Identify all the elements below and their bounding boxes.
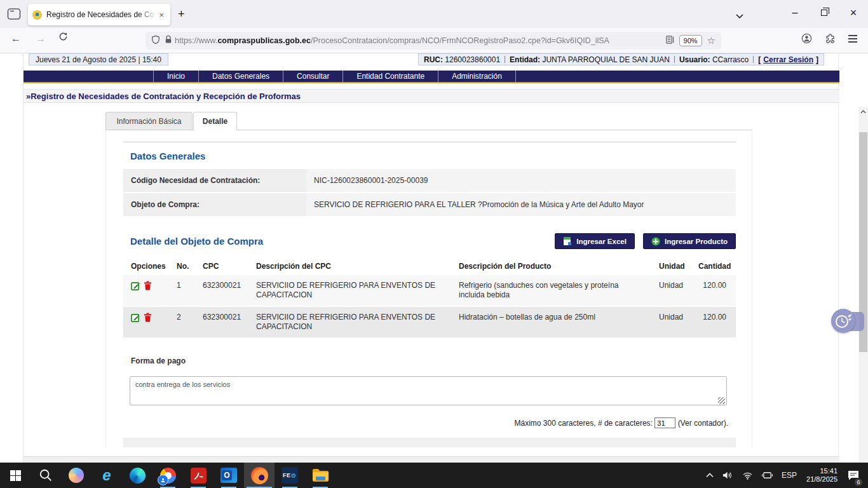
firefox-button[interactable] (244, 463, 275, 488)
col-opciones: Opciones (123, 262, 177, 271)
counter-prefix: Máximo 300 caracteres, # de caracteres: (515, 419, 653, 428)
tab-informacion-basica[interactable]: Información Básica (105, 112, 193, 130)
bookmark-star-icon[interactable]: ☆ (707, 35, 715, 46)
cell-unidad: Unidad (659, 281, 698, 300)
restore-button[interactable] (810, 0, 839, 25)
col-cpc: CPC (203, 262, 256, 271)
outlook-button[interactable]: O (214, 463, 244, 488)
url-prefix: https://www. (175, 36, 217, 45)
url-path: /ProcesoContratacion/compras/NCO/FrmNCOR… (311, 36, 609, 45)
search-icon (39, 468, 53, 482)
entidad-value: JUNTA PARROQUIAL DE SAN JUAN (542, 55, 669, 64)
fes-app-button[interactable]: FE⚙ (275, 463, 305, 488)
edge-icon (130, 468, 146, 484)
col-desc-producto: Descripción del Producto (459, 262, 659, 271)
search-button[interactable] (31, 463, 61, 488)
zoom-level-badge[interactable]: 90% (679, 35, 702, 46)
lock-icon[interactable] (165, 35, 172, 46)
codigo-label: Código Necesidad de Contratación: (123, 169, 306, 192)
ruc-value: 1260023860001 (445, 55, 500, 64)
taskbar: e O FE⚙ (0, 463, 868, 488)
delete-trash-icon[interactable] (144, 313, 152, 324)
scroll-up-icon[interactable] (858, 107, 868, 117)
wifi-icon[interactable] (738, 463, 757, 488)
tray-chevron-up-icon[interactable] (702, 463, 718, 488)
tab-detalle[interactable]: Detalle (193, 112, 237, 130)
start-button[interactable] (0, 463, 31, 488)
tray-date: 21/8/2025 (806, 475, 837, 484)
fes-gear-icon: ⚙ (291, 472, 297, 479)
codigo-value: NIC-1260023860001-2025-00039 (306, 169, 736, 192)
extensions-puzzle-icon[interactable] (825, 33, 836, 46)
menu-hamburger-icon[interactable] (848, 34, 858, 46)
cast-display-icon[interactable] (757, 463, 777, 488)
restore-icon (821, 10, 827, 16)
entidad-label: Entidad: (510, 55, 540, 64)
refresh-button[interactable] (58, 32, 68, 44)
logout-bracket-close: ] (816, 55, 818, 64)
resize-grip-icon[interactable] (718, 397, 725, 404)
nav-item-inicio[interactable]: Inicio (153, 71, 198, 82)
new-tab-button[interactable]: + (178, 6, 185, 22)
acrobat-icon (191, 468, 207, 484)
language-indicator[interactable]: ESP (777, 463, 801, 488)
table-row: 2 632300021 SERVICIIO DE REFRIGERIO PARA… (123, 307, 736, 337)
logout-link[interactable]: Cerrar Sesión (763, 55, 813, 64)
window-close-button[interactable]: × (839, 0, 868, 25)
account-icon[interactable] (801, 33, 812, 46)
url-bar[interactable]: https://www.compraspublicas.gob.ec/Proce… (146, 32, 721, 50)
next-section-bar (24, 456, 839, 463)
url-domain: compraspublicas.gob.ec (217, 36, 311, 45)
forma-de-pago-label: Forma de pago (123, 356, 752, 365)
acrobat-button[interactable] (183, 463, 214, 488)
counter-suffix: (Ver contador). (678, 419, 728, 428)
back-button[interactable]: ← (11, 33, 21, 44)
delete-trash-icon[interactable] (144, 281, 152, 292)
col-no: No. (177, 262, 203, 271)
ingresar-producto-button[interactable]: Ingresar Producto (643, 233, 736, 249)
cell-prod-desc: Hidratación – botellas de agua de 250ml (459, 313, 659, 332)
outlook-icon: O (220, 468, 237, 483)
clock-icon (831, 309, 855, 333)
ingresar-excel-button[interactable]: Ingresar Excel (555, 233, 635, 249)
notification-center-button[interactable]: 6 (843, 463, 864, 488)
usuario-label: Usuario: (679, 55, 710, 64)
edge-button[interactable] (122, 463, 153, 488)
file-explorer-button[interactable] (305, 463, 336, 488)
volume-icon[interactable] (718, 463, 738, 488)
forward-button[interactable]: → (36, 33, 46, 44)
nav-item-consultar[interactable]: Consultar (283, 71, 342, 82)
edit-icon[interactable] (131, 281, 140, 292)
browser-tab-strip: Registro de Necesidades de Co × + – × (0, 0, 868, 28)
datetime-box: Jueves 21 de Agosto de 2025 | 15:40 (29, 53, 168, 65)
edit-icon[interactable] (131, 313, 140, 324)
counter-input[interactable] (654, 417, 675, 428)
reader-view-icon[interactable] (666, 35, 674, 46)
copilot-button[interactable] (61, 463, 92, 488)
floating-clock-widget[interactable] (831, 309, 864, 334)
cell-no: 2 (177, 313, 203, 332)
scrollbar-track[interactable] (858, 107, 868, 488)
browser-tab[interactable]: Registro de Necesidades de Co × (28, 4, 170, 25)
nav-item-administracion[interactable]: Administración (438, 71, 516, 82)
internet-explorer-button[interactable]: e (92, 463, 122, 488)
tab-close-icon[interactable]: × (157, 10, 166, 20)
detalle-panel: Datos Generales Código Necesidad de Cont… (105, 130, 752, 447)
forma-de-pago-textarea[interactable]: contra entrega de los servicios (130, 376, 727, 405)
cell-cpc-desc: SERVICIIO DE REFRIGERIO PARA ENVENTOS DE… (256, 313, 459, 332)
chrome-button[interactable] (153, 463, 183, 488)
minimize-button[interactable]: – (780, 0, 810, 25)
cell-cpc: 632300021 (203, 313, 256, 332)
character-counter: Máximo 300 caracteres, # de caracteres: … (123, 417, 728, 428)
fes-app-icon: FE⚙ (281, 467, 298, 484)
tray-clock[interactable]: 15:41 21/8/2025 (801, 467, 843, 484)
tab-title: Registro de Necesidades de Co (46, 10, 157, 19)
tracking-shield-icon[interactable] (151, 35, 160, 47)
nav-item-datos-generales[interactable]: Datos Generales (198, 71, 283, 82)
nav-item-entidad-contratante[interactable]: Entidad Contratante (342, 71, 438, 82)
usuario-value: CCarrasco (712, 55, 749, 64)
tab-list-chevron-icon[interactable] (736, 10, 743, 21)
firefox-icon (251, 467, 268, 484)
firefox-view-icon[interactable] (7, 8, 21, 20)
ruc-label: RUC: (424, 55, 443, 64)
